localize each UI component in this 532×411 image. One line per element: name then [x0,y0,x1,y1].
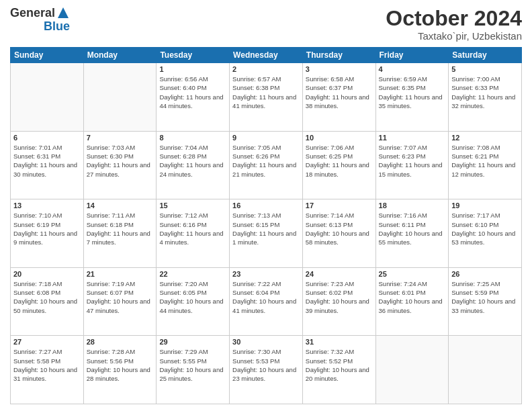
title-block: October 2024 Taxtako`pir, Uzbekistan [386,7,522,42]
day-detail: Sunrise: 7:18 AMSunset: 6:08 PMDaylight:… [13,279,81,315]
calendar-cell: 19 Sunrise: 7:17 AMSunset: 6:10 PMDaylig… [449,199,522,268]
day-number: 21 [87,270,154,278]
calendar-cell: 9 Sunrise: 7:05 AMSunset: 6:26 PMDayligh… [230,131,303,199]
logo: General Blue [10,7,70,34]
day-detail: Sunrise: 7:25 AMSunset: 5:59 PMDaylight:… [451,279,519,315]
calendar-cell: 21 Sunrise: 7:19 AMSunset: 6:07 PMDaylig… [83,267,157,336]
day-detail: Sunrise: 7:08 AMSunset: 6:21 PMDaylight:… [451,143,519,179]
day-number: 8 [159,134,226,142]
day-number: 29 [159,338,226,346]
calendar-cell: 10 Sunrise: 7:06 AMSunset: 6:25 PMDaylig… [302,131,375,199]
calendar-cell: 4 Sunrise: 6:59 AMSunset: 6:35 PMDayligh… [375,63,449,132]
day-detail: Sunrise: 7:06 AMSunset: 6:25 PMDaylight:… [306,143,373,179]
calendar-cell: 25 Sunrise: 7:24 AMSunset: 6:01 PMDaylig… [375,267,449,336]
day-detail: Sunrise: 6:57 AMSunset: 6:38 PMDaylight:… [232,75,300,110]
day-number: 1 [159,65,226,73]
month-title: October 2024 [386,7,522,30]
day-number: 2 [232,65,300,73]
day-number: 24 [306,270,373,278]
day-number: 20 [13,270,81,278]
day-detail: Sunrise: 7:14 AMSunset: 6:13 PMDaylight:… [306,211,373,246]
day-detail: Sunrise: 7:32 AMSunset: 5:52 PMDaylight:… [306,347,373,383]
day-detail: Sunrise: 7:28 AMSunset: 5:56 PMDaylight:… [87,347,154,383]
calendar-week-row: 1 Sunrise: 6:56 AMSunset: 6:40 PMDayligh… [11,63,522,132]
day-of-week-header: Wednesday [230,48,303,63]
calendar-cell: 24 Sunrise: 7:23 AMSunset: 6:02 PMDaylig… [302,267,375,336]
day-of-week-header: Tuesday [157,48,230,63]
calendar-header-row: SundayMondayTuesdayWednesdayThursdayFrid… [11,48,522,63]
calendar-cell [449,336,522,404]
day-number: 28 [87,338,154,346]
day-detail: Sunrise: 7:24 AMSunset: 6:01 PMDaylight:… [379,279,446,315]
calendar-cell: 14 Sunrise: 7:11 AMSunset: 6:18 PMDaylig… [83,199,157,268]
day-of-week-header: Friday [375,48,449,63]
calendar-cell: 16 Sunrise: 7:13 AMSunset: 6:15 PMDaylig… [230,199,303,268]
day-of-week-header: Sunday [11,48,84,63]
day-number: 9 [232,134,300,142]
day-detail: Sunrise: 7:22 AMSunset: 6:04 PMDaylight:… [232,279,300,315]
day-number: 3 [306,65,373,73]
day-number: 11 [379,134,446,142]
day-number: 18 [379,201,446,210]
calendar-cell: 6 Sunrise: 7:01 AMSunset: 6:31 PMDayligh… [11,131,84,199]
day-number: 25 [379,270,446,278]
day-detail: Sunrise: 7:29 AMSunset: 5:55 PMDaylight:… [159,347,226,383]
header: General Blue October 2024 Taxtako`pir, U… [10,7,522,42]
logo-blue: Blue [44,20,70,34]
day-detail: Sunrise: 7:03 AMSunset: 6:30 PMDaylight:… [87,143,154,179]
day-number: 19 [451,201,519,210]
calendar-cell: 12 Sunrise: 7:08 AMSunset: 6:21 PMDaylig… [449,131,522,199]
day-of-week-header: Saturday [449,48,522,63]
day-detail: Sunrise: 7:13 AMSunset: 6:15 PMDaylight:… [232,211,300,246]
day-number: 4 [379,65,446,73]
day-detail: Sunrise: 7:19 AMSunset: 6:07 PMDaylight:… [87,279,154,315]
calendar-cell: 8 Sunrise: 7:04 AMSunset: 6:28 PMDayligh… [157,131,230,199]
day-of-week-header: Monday [83,48,157,63]
calendar-week-row: 27 Sunrise: 7:27 AMSunset: 5:58 PMDaylig… [11,336,522,404]
day-detail: Sunrise: 7:04 AMSunset: 6:28 PMDaylight:… [159,143,226,179]
calendar-table: SundayMondayTuesdayWednesdayThursdayFrid… [10,47,522,404]
calendar-cell: 11 Sunrise: 7:07 AMSunset: 6:23 PMDaylig… [375,131,449,199]
location-subtitle: Taxtako`pir, Uzbekistan [386,30,522,42]
calendar-cell: 31 Sunrise: 7:32 AMSunset: 5:52 PMDaylig… [302,336,375,404]
day-number: 22 [159,270,226,278]
day-number: 10 [306,134,373,142]
day-detail: Sunrise: 7:30 AMSunset: 5:53 PMDaylight:… [232,347,300,383]
day-number: 12 [451,134,519,142]
day-detail: Sunrise: 7:00 AMSunset: 6:33 PMDaylight:… [451,75,519,110]
day-detail: Sunrise: 6:56 AMSunset: 6:40 PMDaylight:… [159,75,226,110]
calendar-cell: 30 Sunrise: 7:30 AMSunset: 5:53 PMDaylig… [230,336,303,404]
day-detail: Sunrise: 7:11 AMSunset: 6:18 PMDaylight:… [87,211,154,246]
day-number: 27 [13,338,81,346]
calendar-cell: 17 Sunrise: 7:14 AMSunset: 6:13 PMDaylig… [302,199,375,268]
calendar-cell: 18 Sunrise: 7:16 AMSunset: 6:11 PMDaylig… [375,199,449,268]
day-number: 15 [159,201,226,210]
day-number: 16 [232,201,300,210]
day-number: 17 [306,201,373,210]
day-detail: Sunrise: 7:12 AMSunset: 6:16 PMDaylight:… [159,211,226,246]
day-number: 31 [306,338,373,346]
calendar-cell [83,63,157,132]
calendar-cell: 1 Sunrise: 6:56 AMSunset: 6:40 PMDayligh… [157,63,230,132]
day-detail: Sunrise: 7:05 AMSunset: 6:26 PMDaylight:… [232,143,300,179]
day-detail: Sunrise: 7:27 AMSunset: 5:58 PMDaylight:… [13,347,81,383]
calendar-cell: 26 Sunrise: 7:25 AMSunset: 5:59 PMDaylig… [449,267,522,336]
calendar-cell: 20 Sunrise: 7:18 AMSunset: 6:08 PMDaylig… [11,267,84,336]
logo-general: General [10,7,55,20]
calendar-cell: 5 Sunrise: 7:00 AMSunset: 6:33 PMDayligh… [449,63,522,132]
day-number: 7 [87,134,154,142]
logo-icon [56,6,70,19]
day-number: 14 [87,201,154,210]
day-number: 5 [451,65,519,73]
day-detail: Sunrise: 7:10 AMSunset: 6:19 PMDaylight:… [13,211,81,246]
calendar-cell: 3 Sunrise: 6:58 AMSunset: 6:37 PMDayligh… [302,63,375,132]
calendar-cell: 29 Sunrise: 7:29 AMSunset: 5:55 PMDaylig… [157,336,230,404]
day-detail: Sunrise: 7:07 AMSunset: 6:23 PMDaylight:… [379,143,446,179]
day-number: 13 [13,201,81,210]
calendar-cell: 2 Sunrise: 6:57 AMSunset: 6:38 PMDayligh… [230,63,303,132]
calendar-cell: 7 Sunrise: 7:03 AMSunset: 6:30 PMDayligh… [83,131,157,199]
calendar-week-row: 20 Sunrise: 7:18 AMSunset: 6:08 PMDaylig… [11,267,522,336]
day-detail: Sunrise: 7:16 AMSunset: 6:11 PMDaylight:… [379,211,446,246]
day-detail: Sunrise: 6:58 AMSunset: 6:37 PMDaylight:… [306,75,373,110]
day-detail: Sunrise: 7:01 AMSunset: 6:31 PMDaylight:… [13,143,81,179]
